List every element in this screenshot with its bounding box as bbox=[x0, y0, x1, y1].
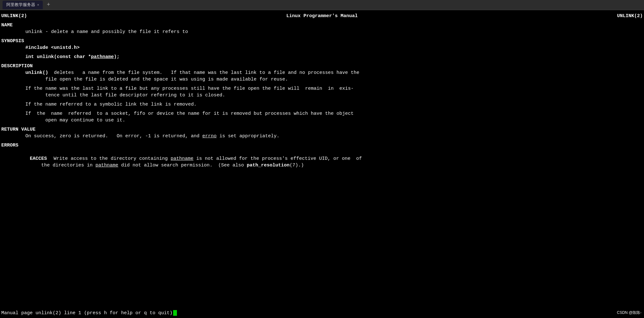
section-return-value: RETURN VALUE On success, zero is returne… bbox=[0, 126, 644, 140]
tab-label: 阿里教学服务器 bbox=[6, 2, 35, 8]
browser-tab[interactable]: 阿里教学服务器 × bbox=[3, 1, 43, 9]
synopsis-proto: int unlink(const char *pathname); bbox=[25, 54, 643, 60]
status-text: Manual page unlink(2) line 1 (press h fo… bbox=[1, 310, 172, 316]
section-errors: ERRORS EACCESWrite access to the directo… bbox=[0, 142, 644, 175]
tab-close-button[interactable]: × bbox=[37, 3, 39, 7]
section-title-errors: ERRORS bbox=[0, 142, 644, 149]
synopsis-include: #include <unistd.h> bbox=[25, 44, 643, 51]
bottom-right-watermark: CSDN @陈陈- bbox=[617, 310, 641, 315]
browser-chrome: 阿里教学服务器 × + bbox=[0, 0, 644, 10]
error-eacces: EACCESWrite access to the directory cont… bbox=[1, 149, 643, 175]
section-body-synopsis: #include <unistd.h> int unlink(const cha… bbox=[0, 44, 644, 60]
section-body-return-value: On success, zero is returned. On error, … bbox=[0, 133, 644, 140]
new-tab-button[interactable]: + bbox=[44, 1, 53, 9]
status-bar: Manual page unlink(2) line 1 (press h fo… bbox=[0, 308, 644, 318]
manpage-title-left: UNLINK(2) bbox=[1, 13, 27, 19]
section-title-return-value: RETURN VALUE bbox=[0, 126, 644, 133]
section-body-errors: EACCESWrite access to the directory cont… bbox=[1, 149, 644, 175]
name-text: unlink - delete a name and possibly the … bbox=[25, 29, 643, 35]
section-title-name: NAME bbox=[0, 22, 644, 29]
manpage-header: UNLINK(2) Linux Programmer's Manual UNLI… bbox=[0, 13, 644, 19]
error-text-eacces: Write access to the directory containing… bbox=[1, 156, 362, 168]
section-name: NAME unlink - delete a name and possibly… bbox=[0, 22, 644, 35]
desc-para-4: If the name referred to a socket, fifo o… bbox=[25, 110, 643, 124]
section-body-name: unlink - delete a name and possibly the … bbox=[0, 29, 644, 35]
section-body-description: unlink() deletes a name from the file sy… bbox=[0, 69, 644, 124]
terminal-cursor bbox=[173, 310, 177, 316]
manpage-title-right: UNLINK(2) bbox=[617, 13, 643, 19]
desc-para-3: If the name referred to a symbolic link … bbox=[25, 101, 643, 108]
error-name-eacces: EACCES bbox=[30, 155, 54, 162]
terminal: UNLINK(2) Linux Programmer's Manual UNLI… bbox=[0, 10, 644, 318]
manpage-content: UNLINK(2) Linux Programmer's Manual UNLI… bbox=[0, 10, 644, 308]
section-description: DESCRIPTION unlink() deletes a name from… bbox=[0, 63, 644, 124]
desc-para-2: If the name was the last link to a file … bbox=[25, 85, 643, 99]
desc-para-1: unlink() deletes a name from the file sy… bbox=[25, 69, 643, 83]
section-synopsis: SYNOPSIS #include <unistd.h> int unlink(… bbox=[0, 38, 644, 60]
section-title-description: DESCRIPTION bbox=[0, 63, 644, 69]
section-title-synopsis: SYNOPSIS bbox=[0, 38, 644, 44]
return-value-text: On success, zero is returned. On error, … bbox=[25, 133, 643, 140]
manpage-title-center: Linux Programmer's Manual bbox=[27, 13, 617, 19]
